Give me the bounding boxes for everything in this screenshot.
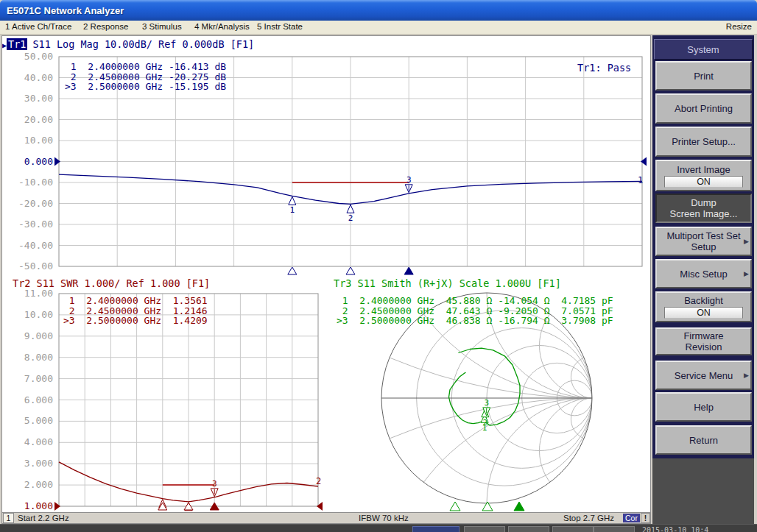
clock-readout: 2015-03-10 10:4	[642, 526, 708, 532]
softkey-toggle-state: ON	[664, 307, 742, 319]
softkey-menu-title: System	[654, 39, 753, 60]
taskbar-fragment[interactable]	[552, 526, 594, 532]
correction-badge: Cor	[623, 514, 640, 522]
softkey-abort-printing[interactable]: Abort Printing	[655, 93, 752, 124]
menu-item-1[interactable]: 1 Active Ch/Trace	[5, 22, 71, 31]
softkey-label: Printer Setup...	[672, 136, 736, 147]
softkey-label: Backlight	[684, 295, 723, 306]
softkey-label: Firmware Revision	[683, 330, 723, 352]
submenu-arrow-icon: ▶	[744, 370, 749, 381]
menu-item-resize[interactable]: Resize	[726, 22, 752, 31]
menu-bar: Resize 1 Active Ch/Trace2 Response3 Stim…	[0, 21, 757, 35]
stop-frequency-readout: Stop 2.7 GHz	[563, 514, 614, 522]
softkey-dump-screen-image[interactable]: Dump Screen Image...	[655, 194, 752, 223]
submenu-arrow-icon: ▶	[744, 269, 749, 280]
softkey-label: Help	[694, 402, 714, 413]
menu-item-2[interactable]: 2 Response	[83, 22, 128, 31]
softkey-label: Print	[694, 71, 714, 82]
menu-item-4[interactable]: 4 Mkr/Analysis	[194, 22, 250, 31]
start-frequency-readout: Start 2.2 GHz	[18, 514, 69, 522]
softkey-printer-setup[interactable]: Printer Setup...	[655, 127, 752, 157]
softkey-label: Abort Printing	[675, 103, 733, 114]
softkey-toggle-state: ON	[664, 176, 742, 188]
softkey-multiport-test-set-setup[interactable]: Multiport Test Set Setup▶	[655, 227, 752, 256]
channel-status-bar: 1 Start 2.2 GHz IFBW 70 kHz Stop 2.7 GHz…	[2, 512, 650, 523]
softkey-label: Misc Setup	[680, 269, 727, 280]
softkey-backlight[interactable]: BacklightON	[655, 291, 752, 322]
title-bar: E5071C Network Analyzer	[0, 0, 757, 21]
taskbar-fragment[interactable]	[464, 526, 505, 532]
softkey-label: Return	[689, 435, 718, 446]
softkey-label: Dump Screen Image...	[670, 197, 738, 219]
taskbar-fragment[interactable]	[508, 526, 549, 532]
softkey-service-menu[interactable]: Service Menu▶	[655, 361, 752, 390]
channel-number-badge: 1	[3, 513, 14, 523]
softkey-menu-filler	[652, 458, 754, 524]
softkey-label: Invert Image	[677, 164, 730, 175]
taskbar-fragment[interactable]	[594, 526, 635, 532]
softkey-return[interactable]: Return	[655, 425, 752, 455]
softkey-label: Service Menu	[675, 370, 733, 381]
softkey-firmware-revision[interactable]: Firmware Revision	[655, 327, 752, 355]
softkey-print[interactable]: Print	[655, 61, 752, 91]
taskbar-fragment-active[interactable]	[412, 526, 460, 532]
softkey-misc-setup[interactable]: Misc Setup▶	[655, 259, 752, 288]
menu-item-3[interactable]: 3 Stimulus	[142, 22, 182, 31]
softkey-label: Multiport Test Set Setup	[666, 230, 740, 252]
menu-item-5[interactable]: 5 Instr State	[257, 22, 303, 31]
softkey-invert-image[interactable]: Invert ImageON	[655, 160, 752, 191]
submenu-arrow-icon: ▶	[744, 236, 749, 247]
alert-badge: !	[641, 513, 650, 523]
softkey-menu: System PrintAbort PrintingPrinter Setup.…	[652, 35, 754, 524]
channel-window: 1 Start 2.2 GHz IFBW 70 kHz Stop 2.7 GHz…	[1, 35, 651, 524]
softkey-help[interactable]: Help	[655, 392, 752, 422]
window-title: E5071C Network Analyzer	[0, 5, 124, 16]
ifbw-readout: IFBW 70 kHz	[359, 514, 409, 522]
taskbar-partial-strip: 2015-03-10 10:4	[0, 524, 757, 532]
